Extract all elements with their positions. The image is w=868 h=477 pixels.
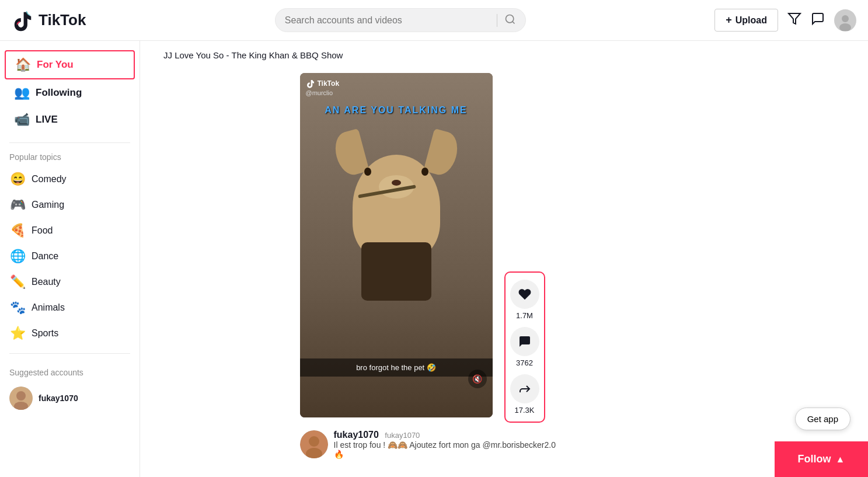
main-layout: 🏠 For You 👥 Following 📹 LIVE Popular top… bbox=[0, 0, 868, 477]
sidebar: 🏠 For You 👥 Following 📹 LIVE Popular top… bbox=[0, 41, 140, 477]
sidebar-nav: 🏠 For You 👥 Following 📹 LIVE bbox=[0, 48, 140, 135]
sidebar-divider-2 bbox=[9, 353, 130, 354]
video-wrapper: TikTok @murclio AN ARE YOU TALKING ME br… bbox=[300, 73, 493, 423]
comedy-icon: 😄 bbox=[9, 172, 26, 187]
comment-icon bbox=[518, 335, 532, 349]
svg-point-10 bbox=[309, 436, 319, 447]
video-watermark: TikTok bbox=[306, 79, 340, 88]
share-button[interactable] bbox=[510, 374, 539, 403]
search-button[interactable] bbox=[504, 13, 516, 27]
share-group: 17.3K bbox=[510, 374, 539, 415]
upload-label: Upload bbox=[735, 15, 767, 26]
profile-button[interactable] bbox=[834, 9, 856, 32]
song-title: JJ Love You So - The King Khan & BBQ Sho… bbox=[163, 46, 343, 60]
follow-label: Follow bbox=[798, 453, 831, 465]
username-display: fukay1070 fukay1070 bbox=[334, 430, 567, 440]
sidebar-item-following[interactable]: 👥 Following bbox=[5, 79, 135, 106]
user-avatar[interactable] bbox=[300, 430, 328, 458]
like-count: 1.7M bbox=[516, 311, 533, 320]
suggested-name-1: fukay1070 bbox=[39, 394, 78, 403]
filter-button[interactable] bbox=[787, 12, 801, 29]
sidebar-item-food[interactable]: 🍕 Food bbox=[0, 218, 140, 243]
following-icon: 👥 bbox=[14, 85, 30, 100]
video-section: TikTok @murclio AN ARE YOU TALKING ME br… bbox=[300, 64, 709, 423]
like-button[interactable] bbox=[510, 280, 539, 309]
sidebar-label-live: LIVE bbox=[36, 114, 58, 126]
animals-icon: 🐾 bbox=[9, 300, 26, 315]
video-caption: bro forgot he the pet 🤣 bbox=[300, 358, 493, 377]
chevron-up-icon: ▲ bbox=[836, 454, 845, 465]
search-area bbox=[275, 8, 526, 32]
comment-count: 3762 bbox=[516, 358, 533, 367]
topic-label-dance: Dance bbox=[32, 251, 58, 262]
heart-icon bbox=[518, 287, 532, 301]
user-description: Il est trop fou ! 🙈🙈 Ajoutez fort mon ga… bbox=[334, 440, 567, 459]
action-buttons: 1.7M 3762 17.3K bbox=[504, 271, 545, 423]
search-icon bbox=[504, 13, 516, 25]
get-app-button[interactable]: Get app bbox=[795, 408, 850, 430]
messages-button[interactable] bbox=[811, 12, 825, 29]
user-handle: fukay1070 bbox=[385, 431, 420, 440]
topic-label-gaming: Gaming bbox=[32, 200, 64, 210]
sidebar-item-beauty[interactable]: ✏️ Beauty bbox=[0, 269, 140, 295]
search-input[interactable] bbox=[285, 15, 490, 26]
sidebar-label-for-you: For You bbox=[37, 59, 74, 71]
tiktok-logo-icon bbox=[12, 9, 34, 32]
logo[interactable]: TikTok bbox=[12, 9, 86, 32]
sidebar-item-dance[interactable]: 🌐 Dance bbox=[0, 243, 140, 269]
mute-button[interactable]: 🔇 bbox=[468, 370, 487, 388]
topic-label-beauty: Beauty bbox=[32, 277, 61, 287]
suggested-account-1[interactable]: fukay1070 bbox=[0, 382, 140, 415]
content-area: JJ Love You So - The King Khan & BBQ Sho… bbox=[140, 41, 868, 477]
video-username-overlay: @murclio bbox=[306, 89, 333, 96]
sidebar-item-sports[interactable]: ⭐ Sports bbox=[0, 321, 140, 346]
search-divider bbox=[497, 14, 497, 27]
sidebar-item-for-you[interactable]: 🏠 For You bbox=[5, 50, 135, 79]
gaming-icon: 🎮 bbox=[9, 197, 26, 213]
video-watermark-text: TikTok bbox=[318, 79, 340, 88]
beauty-icon: ✏️ bbox=[9, 274, 26, 290]
svg-point-0 bbox=[506, 15, 513, 23]
sports-icon: ⭐ bbox=[9, 326, 26, 341]
sidebar-item-gaming[interactable]: 🎮 Gaming bbox=[0, 192, 140, 218]
topic-label-animals: Animals bbox=[32, 302, 65, 313]
svg-line-1 bbox=[513, 22, 515, 24]
filter-icon bbox=[787, 12, 801, 26]
topic-label-sports: Sports bbox=[32, 328, 58, 339]
sidebar-item-animals[interactable]: 🐾 Animals bbox=[0, 295, 140, 321]
popular-topics-label: Popular topics bbox=[0, 150, 140, 166]
suggested-avatar-1 bbox=[9, 387, 33, 410]
like-group: 1.7M bbox=[510, 280, 539, 320]
logo-text: TikTok bbox=[39, 11, 86, 29]
svg-marker-2 bbox=[789, 13, 800, 24]
avatar-icon bbox=[835, 10, 856, 31]
share-count: 17.3K bbox=[515, 406, 535, 415]
follow-bottom-button[interactable]: Follow ▲ bbox=[775, 441, 868, 477]
sidebar-label-following: Following bbox=[36, 87, 82, 99]
svg-point-4 bbox=[842, 15, 849, 22]
user-info-section: fukay1070 fukay1070 Il est trop fou ! 🙈🙈… bbox=[300, 423, 709, 466]
sidebar-item-comedy[interactable]: 😄 Comedy bbox=[0, 166, 140, 192]
upload-button[interactable]: + Upload bbox=[714, 9, 778, 32]
header-right: + Upload bbox=[714, 9, 856, 32]
user-text: fukay1070 fukay1070 Il est trop fou ! 🙈🙈… bbox=[334, 430, 567, 459]
suggested-label: Suggested accounts bbox=[0, 361, 140, 382]
search-bar bbox=[275, 8, 526, 32]
svg-point-7 bbox=[16, 391, 26, 401]
comment-button[interactable] bbox=[510, 327, 539, 356]
comment-group: 3762 bbox=[510, 327, 539, 367]
mute-icon: 🔇 bbox=[472, 374, 482, 384]
message-icon bbox=[811, 12, 825, 26]
dance-icon: 🌐 bbox=[9, 249, 26, 264]
video-player[interactable]: TikTok @murclio AN ARE YOU TALKING ME br… bbox=[300, 73, 493, 417]
sidebar-divider bbox=[9, 142, 130, 143]
sidebar-item-live[interactable]: 📹 LIVE bbox=[5, 106, 135, 133]
header: TikTok + Upload bbox=[0, 0, 868, 41]
food-icon: 🍕 bbox=[9, 223, 26, 238]
user-left: fukay1070 fukay1070 Il est trop fou ! 🙈🙈… bbox=[300, 430, 567, 459]
plus-icon: + bbox=[726, 14, 732, 26]
topic-label-food: Food bbox=[32, 225, 53, 236]
video-text-overlay: AN ARE YOU TALKING ME bbox=[300, 105, 493, 116]
home-icon: 🏠 bbox=[15, 57, 31, 72]
topic-label-comedy: Comedy bbox=[32, 174, 67, 184]
